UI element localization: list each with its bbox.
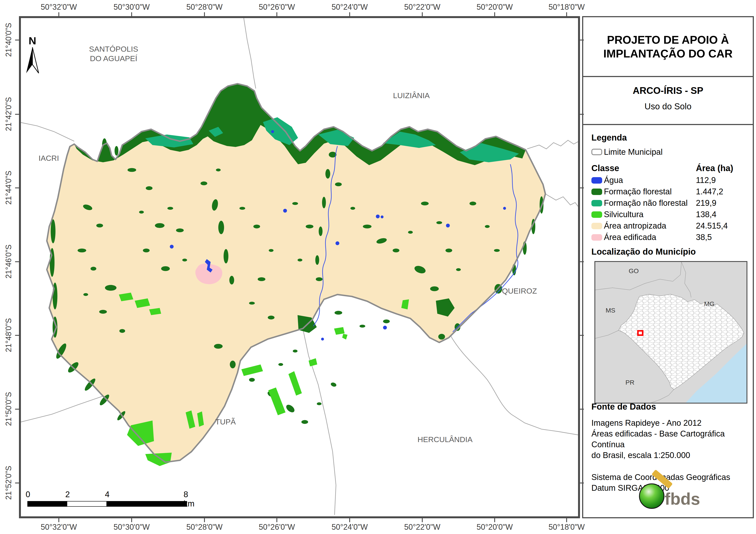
fbds-logo: fbds (635, 461, 713, 515)
lon-tick-bottom-0 (58, 518, 59, 522)
municipality-area-antropizada[interactable] (47, 84, 545, 462)
neighbor-label-queiroz: QUEIROZ (502, 287, 537, 295)
location-inset-map[interactable]: GO MS MG PR (594, 261, 747, 404)
lat-tick-right-0 (580, 39, 584, 40)
lat-tick-left-3 (15, 261, 19, 262)
fbds-logo-text: fbds (665, 490, 700, 508)
legend-label-silvicultura: Silvicultura (604, 210, 643, 219)
lat-label-left-1: 21°42'0"S (4, 86, 13, 142)
lon-tick-top-6 (494, 12, 495, 16)
legend-row-agua: Água112,9 (591, 175, 749, 186)
lon-label-top-0: 50°32'0"W (31, 3, 87, 12)
lon-label-top-1: 50°30'0"W (104, 3, 160, 12)
legend-limite-municipal: Limite Municipal (591, 147, 662, 157)
lat-tick-right-1 (580, 114, 584, 115)
lat-tick-left-4 (15, 335, 19, 336)
map-theme: Uso do Solo (583, 102, 753, 111)
lat-tick-left-5 (15, 409, 19, 410)
lon-label-bottom-2: 50°28'0"W (176, 522, 232, 532)
lon-tick-top-7 (566, 12, 567, 16)
lon-tick-top-1 (131, 12, 132, 16)
north-arrow-icon: N (26, 35, 39, 73)
lon-label-top-2: 50°28'0"W (176, 3, 232, 12)
legend-label-edificada: Área edificada (604, 233, 656, 242)
lon-label-top-7: 50°18'0"W (539, 3, 595, 12)
neighbor-label-herculandia: HERCULÂNDIA (418, 435, 473, 444)
project-title-line1: PROJETO DE APOIO À (604, 33, 733, 47)
lon-tick-bottom-3 (276, 518, 277, 522)
inset-label-go: GO (629, 267, 639, 274)
lon-label-bottom-1: 50°30'0"W (104, 522, 160, 532)
legend-swatch-edificada (591, 234, 602, 241)
lat-tick-left-0 (15, 39, 19, 40)
lat-tick-left-1 (15, 114, 19, 115)
legend-swatch-nao_florestal (591, 200, 602, 206)
lon-label-bottom-3: 50°26'0"W (249, 522, 305, 532)
scale-0: 0 (26, 490, 30, 499)
legend-heading: Legenda (591, 133, 627, 142)
legend-swatch-agua (591, 177, 602, 184)
neighbor-label-iacri: IACRI (39, 154, 59, 163)
inset-municipality-marker (638, 331, 643, 335)
legend-row-silvicultura: Silvicultura138,4 (591, 209, 749, 220)
inset-label-mg: MG (704, 300, 715, 307)
legend-row-edificada: Área edificada38,5 (591, 232, 749, 243)
lon-tick-bottom-5 (422, 518, 423, 522)
lon-label-top-4: 50°24'0"W (322, 3, 378, 12)
subtitle-panel: ARCO-ÍRIS - SP Uso do Solo (582, 76, 754, 125)
lon-tick-top-3 (276, 12, 277, 16)
legend-row-antropizada: Área antropizada24.515,4 (591, 220, 749, 232)
info-panel: Legenda Limite Municipal Classe Área (ha… (582, 124, 754, 518)
title-panel: PROJETO DE APOIO À IMPLANTAÇÃO DO CAR (582, 16, 754, 77)
legend-label-nao_florestal: Formação não florestal (604, 198, 688, 208)
project-title-line2: IMPLANTAÇÃO DO CAR (604, 47, 733, 61)
lon-tick-top-2 (204, 12, 205, 16)
lon-label-bottom-7: 50°18'0"W (539, 522, 595, 532)
lat-label-left-3: 21°46'0"S (4, 234, 13, 290)
location-heading: Localização do Município (591, 247, 696, 257)
legend-col-area: Área (ha) (696, 164, 733, 173)
legend-area-agua: 112,9 (696, 176, 716, 185)
source-line-1: Imagens Rapideye - Ano 2012 (591, 419, 701, 427)
legend-area-edificada: 38,5 (696, 233, 712, 242)
lat-tick-left-6 (15, 483, 19, 483)
land-use-map[interactable]: SANTÓPOLIS DO AGUAPEÍ LUIZIÂNIA IACRI QU… (21, 18, 578, 516)
lon-label-bottom-0: 50°32'0"W (31, 522, 87, 532)
lat-label-left-0: 21°40'0"S (4, 12, 13, 68)
lon-label-bottom-5: 50°22'0"W (394, 522, 450, 532)
legend-label-florestal: Formação florestal (604, 187, 672, 196)
lon-label-top-6: 50°20'0"W (467, 3, 523, 12)
scale-2: 2 (65, 490, 70, 499)
lon-tick-bottom-4 (349, 518, 350, 522)
lat-label-left-6: 21°52'0"S (4, 455, 13, 511)
lat-label-left-2: 21°44'0"S (4, 160, 13, 216)
lat-tick-right-6 (580, 483, 584, 483)
legend-area-nao_florestal: 219,9 (696, 198, 716, 208)
lat-label-left-4: 21°48'0"S (4, 307, 13, 363)
legend-swatch-antropizada (591, 223, 602, 229)
neighbor-label-tupa: TUPÃ (215, 418, 236, 426)
limite-municipal-swatch (591, 149, 602, 155)
lat-tick-right-4 (580, 335, 584, 336)
lon-tick-bottom-6 (494, 518, 495, 522)
legend-swatch-florestal (591, 189, 602, 195)
lat-label-left-5: 21°50'0"S (4, 381, 13, 437)
source-line-2: Áreas edificadas - Base Cartográfica Con… (591, 429, 725, 449)
municipality-name: ARCO-ÍRIS - SP (583, 85, 753, 96)
legend-area-silvicultura: 138,4 (696, 210, 716, 219)
neighbor-label-santopolis-2: DO AGUAPEÍ (90, 54, 137, 63)
legend-swatch-silvicultura (591, 211, 602, 218)
neighbor-label-santopolis-1: SANTÓPOLIS (89, 45, 138, 53)
legend-rows: Água112,9Formação florestal1.447,2Formaç… (591, 175, 749, 243)
legend-label-antropizada: Área antropizada (604, 221, 666, 231)
legend-label-agua: Água (604, 176, 623, 185)
lon-label-top-5: 50°22'0"W (394, 3, 450, 12)
legend-col-classe: Classe (591, 164, 619, 173)
map-sheet: SANTÓPOLIS DO AGUAPEÍ LUIZIÂNIA IACRI QU… (0, 0, 756, 534)
lat-tick-left-2 (15, 188, 19, 188)
north-arrow-label: N (29, 35, 36, 46)
lon-tick-bottom-2 (204, 518, 205, 522)
lon-tick-bottom-1 (131, 518, 132, 522)
lon-label-bottom-6: 50°20'0"W (467, 522, 523, 532)
lon-tick-top-4 (349, 12, 350, 16)
